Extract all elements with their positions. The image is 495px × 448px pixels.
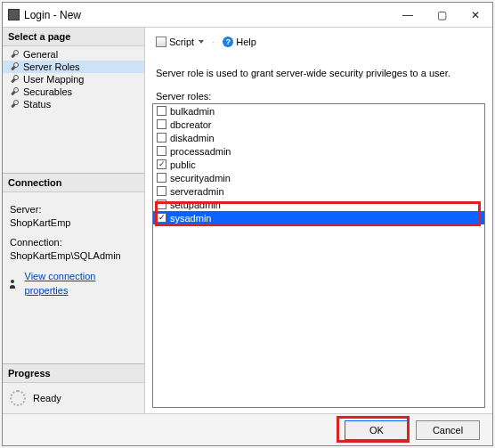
role-checkbox[interactable] xyxy=(157,106,166,116)
role-checkbox[interactable] xyxy=(157,119,166,129)
help-icon: ? xyxy=(223,37,233,47)
server-label: Server: xyxy=(10,203,137,216)
minimize-button[interactable]: — xyxy=(391,3,425,27)
role-item-public[interactable]: public xyxy=(153,158,484,171)
role-checkbox[interactable] xyxy=(157,159,166,169)
role-label: processadmin xyxy=(170,146,231,157)
role-item-serveradmin[interactable]: serveradmin xyxy=(153,184,484,198)
role-checkbox[interactable] xyxy=(157,213,166,223)
server-roles-list[interactable]: bulkadmindbcreatordiskadminprocessadminp… xyxy=(152,103,485,408)
sidebar-item-label: Securables xyxy=(23,86,72,97)
app-icon xyxy=(8,9,20,20)
description-text: Server role is used to grant server-wide… xyxy=(156,68,482,78)
view-connection-properties-link[interactable]: View connection properties xyxy=(25,270,137,297)
script-label: Script xyxy=(169,37,194,47)
role-item-diskadmin[interactable]: diskadmin xyxy=(153,131,484,144)
role-checkbox[interactable] xyxy=(157,173,166,183)
sidebar-item-label: User Mapping xyxy=(23,74,84,85)
server-roles-label: Server roles: xyxy=(156,91,482,102)
sidebar: Select a page GeneralServer RolesUser Ma… xyxy=(3,28,145,413)
sidebar-item-server-roles[interactable]: Server Roles xyxy=(3,61,144,73)
role-label: setupadmin xyxy=(170,200,221,210)
role-checkbox[interactable] xyxy=(157,133,166,143)
role-item-dbcreator[interactable]: dbcreator xyxy=(153,118,484,131)
role-label: public xyxy=(170,159,196,170)
dialog-footer: OK Cancel xyxy=(3,413,492,445)
connection-label: Connection: xyxy=(10,236,137,249)
script-icon xyxy=(156,37,166,47)
titlebar: Login - New — ▢ ✕ xyxy=(3,3,492,28)
role-checkbox[interactable] xyxy=(157,200,166,209)
help-button[interactable]: ? Help xyxy=(219,35,260,49)
role-label: securityadmin xyxy=(170,173,231,183)
script-button[interactable]: Script xyxy=(152,35,207,49)
help-label: Help xyxy=(236,37,256,47)
wrench-icon xyxy=(10,62,19,71)
toolbar: Script · ? Help xyxy=(152,33,485,55)
sidebar-item-securables[interactable]: Securables xyxy=(3,86,144,98)
connection-value: ShopKartEmp\SQLAdmin xyxy=(10,249,137,263)
page-list: GeneralServer RolesUser MappingSecurable… xyxy=(3,46,144,112)
close-button[interactable]: ✕ xyxy=(458,3,492,27)
sidebar-item-general[interactable]: General xyxy=(3,48,144,61)
role-item-processadmin[interactable]: processadmin xyxy=(153,144,484,158)
select-page-header: Select a page xyxy=(3,28,144,46)
role-checkbox[interactable] xyxy=(157,146,166,156)
role-label: serveradmin xyxy=(170,186,224,197)
login-new-dialog: Login - New — ▢ ✕ Select a page GeneralS… xyxy=(2,2,493,446)
role-item-sysadmin[interactable]: sysadmin xyxy=(153,211,484,224)
role-checkbox[interactable] xyxy=(157,186,166,196)
cancel-button[interactable]: Cancel xyxy=(416,420,480,440)
ok-button[interactable]: OK xyxy=(345,420,409,440)
server-value: ShopKartEmp xyxy=(10,216,137,230)
connection-header: Connection xyxy=(3,173,144,192)
role-label: diskadmin xyxy=(170,133,215,143)
maximize-button[interactable]: ▢ xyxy=(425,3,458,27)
progress-spinner-icon xyxy=(10,390,26,406)
chevron-down-icon xyxy=(199,40,204,44)
sidebar-item-label: General xyxy=(23,49,58,60)
main-panel: Script · ? Help Server role is used to g… xyxy=(145,28,492,413)
wrench-icon xyxy=(10,75,19,84)
sidebar-item-user-mapping[interactable]: User Mapping xyxy=(3,73,144,86)
window-title: Login - New xyxy=(24,9,81,21)
role-label: sysadmin xyxy=(170,213,211,224)
wrench-icon xyxy=(10,87,19,96)
progress-status: Ready xyxy=(33,393,61,403)
role-item-securityadmin[interactable]: securityadmin xyxy=(153,171,484,184)
progress-header: Progress xyxy=(3,363,144,383)
sidebar-item-label: Server Roles xyxy=(23,61,80,72)
wrench-icon xyxy=(10,50,19,59)
role-label: bulkadmin xyxy=(170,106,215,117)
wrench-icon xyxy=(10,100,19,109)
sidebar-item-label: Status xyxy=(23,99,51,110)
role-item-bulkadmin[interactable]: bulkadmin xyxy=(153,104,484,118)
people-icon xyxy=(10,280,20,289)
sidebar-item-status[interactable]: Status xyxy=(3,98,144,110)
role-label: dbcreator xyxy=(170,119,211,130)
role-item-setupadmin[interactable]: setupadmin xyxy=(153,198,484,211)
